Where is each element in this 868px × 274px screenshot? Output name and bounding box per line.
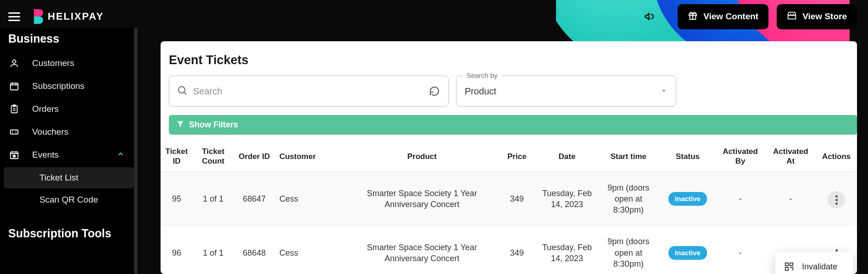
th-activated-by: Activated By [715, 141, 766, 172]
cell-status: Inactive [660, 172, 715, 226]
cell-ticket-count: 1 of 1 [193, 172, 234, 226]
search-box [169, 76, 449, 107]
chevron-up-icon [117, 150, 125, 160]
search-icon [177, 85, 188, 98]
sidebar-item-events[interactable]: Events [0, 143, 138, 166]
tickets-table: Ticket ID Ticket Count Order ID Customer… [161, 141, 857, 274]
sidebar-item-subscriptions[interactable]: Subscriptions [0, 75, 138, 98]
svg-point-8 [178, 87, 185, 93]
th-order-id: Order ID [234, 141, 275, 172]
qr-off-icon [784, 261, 795, 272]
status-badge: Inactive [668, 246, 707, 260]
svg-rect-11 [785, 268, 788, 270]
row-actions-menu: Invalidate Activate [775, 252, 853, 274]
sidebar-scrollbar[interactable] [134, 27, 138, 274]
cell-start-time: 9pm (doors open at 8:30pm) [597, 172, 661, 226]
show-filters-button[interactable]: Show Filters [169, 115, 857, 135]
search-by-float-label: Search by [463, 71, 501, 79]
view-store-button[interactable]: View Store [777, 4, 857, 29]
svg-rect-6 [11, 130, 18, 134]
more-vertical-icon [835, 195, 838, 205]
view-content-button[interactable]: View Content [678, 4, 768, 29]
cell-order-id: 68647 [234, 172, 275, 226]
main-panel: Event Tickets Search by Product Show Fil… [161, 41, 857, 274]
th-start-time: Start time [597, 141, 661, 172]
search-by-select[interactable]: Search by Product [456, 76, 676, 107]
sidebar-subitem-scan-qr[interactable]: Scan QR Code [0, 189, 138, 210]
sidebar-subitem-label: Scan QR Code [39, 195, 98, 204]
store-icon [787, 11, 797, 23]
th-date: Date [537, 141, 596, 172]
cell-date: Tuesday, Feb 14, 2023 [537, 226, 596, 274]
sidebar-subitem-ticket-list[interactable]: Ticket List [4, 167, 134, 188]
megaphone-icon[interactable] [640, 6, 660, 27]
table-header-row: Ticket ID Ticket Count Order ID Customer… [161, 141, 857, 172]
brand-logo[interactable]: HELIXPAY [33, 9, 104, 24]
cell-order-id: 68648 [234, 226, 275, 274]
th-product: Product [347, 141, 496, 172]
cell-product: Smarter Space Society 1 Year Anniversary… [347, 226, 496, 274]
sidebar-subitem-label: Ticket List [39, 173, 78, 182]
svg-point-2 [12, 60, 16, 63]
calendar-refresh-icon [8, 80, 20, 92]
brand-name: HELIXPAY [48, 11, 104, 22]
cell-customer: Cess [275, 172, 348, 226]
th-actions: Actions [816, 141, 857, 172]
cell-start-time: 9pm (doors open at 8:30pm) [597, 226, 661, 274]
cell-activated-by: - [715, 172, 766, 226]
cell-activated-at: - [765, 172, 816, 226]
menu-item-label: Invalidate [802, 262, 837, 272]
svg-rect-10 [790, 263, 793, 266]
th-ticket-count: Ticket Count [193, 141, 234, 172]
caret-down-icon [660, 86, 668, 97]
sidebar-item-label: Vouchers [32, 127, 68, 137]
cell-ticket-count: 1 of 1 [193, 226, 234, 274]
sidebar-item-vouchers[interactable]: Vouchers [0, 121, 138, 143]
sidebar-item-label: Events [32, 150, 59, 160]
cell-date: Tuesday, Feb 14, 2023 [537, 172, 596, 226]
ticket-icon [8, 126, 20, 138]
sidebar: Business Customers Subscriptions Orders … [0, 27, 138, 274]
search-row: Search by Product [161, 76, 857, 115]
cell-price: 349 [496, 226, 537, 274]
cell-status: Inactive [660, 226, 715, 274]
calendar-star-icon [8, 149, 20, 161]
th-customer: Customer [275, 141, 348, 172]
sidebar-item-label: Subscriptions [32, 81, 84, 91]
search-input[interactable] [193, 86, 423, 97]
cell-customer: Cess [275, 226, 348, 274]
sidebar-item-label: Customers [32, 58, 74, 68]
view-store-label: View Store [802, 11, 847, 22]
brand-mark-icon [33, 9, 43, 24]
sidebar-section-subscription-tools: Subscription Tools [0, 224, 138, 247]
sidebar-item-label: Orders [32, 104, 59, 114]
sidebar-item-customers[interactable]: Customers [0, 52, 138, 75]
th-status: Status [660, 141, 715, 172]
svg-rect-9 [785, 263, 788, 266]
topbar: HELIXPAY View Content View Store [0, 0, 868, 33]
row-actions-button[interactable] [828, 191, 845, 208]
search-by-value: Product [465, 86, 496, 97]
view-content-label: View Content [703, 11, 758, 22]
menu-item-invalidate[interactable]: Invalidate [775, 256, 853, 274]
th-ticket-id: Ticket ID [161, 141, 193, 172]
svg-rect-3 [11, 83, 18, 90]
show-filters-label: Show Filters [189, 120, 238, 130]
th-price: Price [496, 141, 537, 172]
cell-actions [816, 172, 857, 226]
person-icon [8, 57, 20, 69]
tickets-table-wrap: Ticket ID Ticket Count Order ID Customer… [161, 141, 857, 274]
gift-icon [688, 11, 698, 23]
cell-activated-by: - [715, 226, 766, 274]
cell-ticket-id: 96 [161, 226, 193, 274]
filter-icon [176, 120, 184, 130]
page-title: Event Tickets [161, 53, 857, 76]
status-badge: Inactive [668, 192, 707, 206]
hamburger-menu-icon[interactable] [8, 8, 25, 25]
cell-ticket-id: 95 [161, 172, 193, 226]
cell-product: Smarter Space Society 1 Year Anniversary… [347, 172, 496, 226]
refresh-icon[interactable] [428, 85, 441, 98]
sidebar-item-orders[interactable]: Orders [0, 98, 138, 121]
clipboard-icon [8, 103, 20, 115]
cell-price: 349 [496, 172, 537, 226]
